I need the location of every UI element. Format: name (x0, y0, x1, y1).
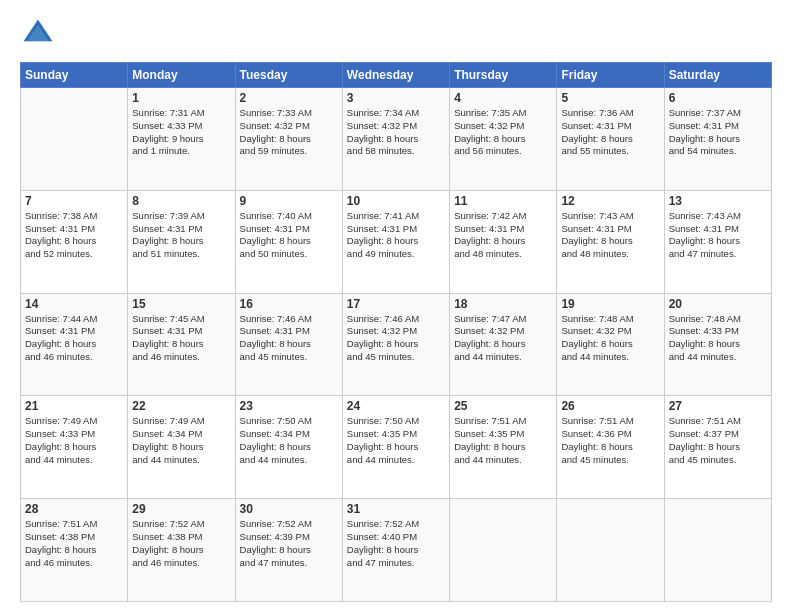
day-info: Sunrise: 7:43 AM Sunset: 4:31 PM Dayligh… (669, 210, 767, 261)
day-number: 7 (25, 194, 123, 208)
calendar-cell: 19Sunrise: 7:48 AM Sunset: 4:32 PM Dayli… (557, 293, 664, 396)
calendar-cell: 13Sunrise: 7:43 AM Sunset: 4:31 PM Dayli… (664, 190, 771, 293)
day-number: 21 (25, 399, 123, 413)
calendar-cell: 24Sunrise: 7:50 AM Sunset: 4:35 PM Dayli… (342, 396, 449, 499)
calendar-cell (557, 499, 664, 602)
day-info: Sunrise: 7:51 AM Sunset: 4:37 PM Dayligh… (669, 415, 767, 466)
day-number: 11 (454, 194, 552, 208)
day-number: 26 (561, 399, 659, 413)
day-number: 16 (240, 297, 338, 311)
calendar-week-3: 14Sunrise: 7:44 AM Sunset: 4:31 PM Dayli… (21, 293, 772, 396)
calendar-cell: 17Sunrise: 7:46 AM Sunset: 4:32 PM Dayli… (342, 293, 449, 396)
day-info: Sunrise: 7:38 AM Sunset: 4:31 PM Dayligh… (25, 210, 123, 261)
calendar-body: 1Sunrise: 7:31 AM Sunset: 4:33 PM Daylig… (21, 88, 772, 602)
logo (20, 16, 60, 52)
day-number: 9 (240, 194, 338, 208)
day-info: Sunrise: 7:45 AM Sunset: 4:31 PM Dayligh… (132, 313, 230, 364)
day-number: 18 (454, 297, 552, 311)
calendar-cell: 5Sunrise: 7:36 AM Sunset: 4:31 PM Daylig… (557, 88, 664, 191)
calendar-cell: 18Sunrise: 7:47 AM Sunset: 4:32 PM Dayli… (450, 293, 557, 396)
calendar-cell: 26Sunrise: 7:51 AM Sunset: 4:36 PM Dayli… (557, 396, 664, 499)
day-info: Sunrise: 7:39 AM Sunset: 4:31 PM Dayligh… (132, 210, 230, 261)
weekday-header-saturday: Saturday (664, 63, 771, 88)
weekday-header-wednesday: Wednesday (342, 63, 449, 88)
calendar-header: SundayMondayTuesdayWednesdayThursdayFrid… (21, 63, 772, 88)
calendar-cell: 9Sunrise: 7:40 AM Sunset: 4:31 PM Daylig… (235, 190, 342, 293)
calendar-cell: 28Sunrise: 7:51 AM Sunset: 4:38 PM Dayli… (21, 499, 128, 602)
day-number: 5 (561, 91, 659, 105)
weekday-header-tuesday: Tuesday (235, 63, 342, 88)
day-info: Sunrise: 7:31 AM Sunset: 4:33 PM Dayligh… (132, 107, 230, 158)
day-number: 15 (132, 297, 230, 311)
day-info: Sunrise: 7:46 AM Sunset: 4:31 PM Dayligh… (240, 313, 338, 364)
day-number: 2 (240, 91, 338, 105)
calendar-cell: 29Sunrise: 7:52 AM Sunset: 4:38 PM Dayli… (128, 499, 235, 602)
calendar-cell: 23Sunrise: 7:50 AM Sunset: 4:34 PM Dayli… (235, 396, 342, 499)
day-info: Sunrise: 7:36 AM Sunset: 4:31 PM Dayligh… (561, 107, 659, 158)
weekday-header-thursday: Thursday (450, 63, 557, 88)
day-number: 8 (132, 194, 230, 208)
calendar-cell: 12Sunrise: 7:43 AM Sunset: 4:31 PM Dayli… (557, 190, 664, 293)
calendar-cell: 6Sunrise: 7:37 AM Sunset: 4:31 PM Daylig… (664, 88, 771, 191)
day-info: Sunrise: 7:52 AM Sunset: 4:40 PM Dayligh… (347, 518, 445, 569)
page-header (20, 16, 772, 52)
day-info: Sunrise: 7:51 AM Sunset: 4:36 PM Dayligh… (561, 415, 659, 466)
calendar-cell: 15Sunrise: 7:45 AM Sunset: 4:31 PM Dayli… (128, 293, 235, 396)
day-number: 1 (132, 91, 230, 105)
calendar-week-5: 28Sunrise: 7:51 AM Sunset: 4:38 PM Dayli… (21, 499, 772, 602)
day-info: Sunrise: 7:41 AM Sunset: 4:31 PM Dayligh… (347, 210, 445, 261)
day-number: 13 (669, 194, 767, 208)
logo-icon (20, 16, 56, 52)
day-number: 27 (669, 399, 767, 413)
day-number: 30 (240, 502, 338, 516)
day-number: 25 (454, 399, 552, 413)
calendar-cell: 27Sunrise: 7:51 AM Sunset: 4:37 PM Dayli… (664, 396, 771, 499)
day-number: 28 (25, 502, 123, 516)
calendar-cell: 20Sunrise: 7:48 AM Sunset: 4:33 PM Dayli… (664, 293, 771, 396)
weekday-header-sunday: Sunday (21, 63, 128, 88)
day-info: Sunrise: 7:52 AM Sunset: 4:39 PM Dayligh… (240, 518, 338, 569)
day-info: Sunrise: 7:35 AM Sunset: 4:32 PM Dayligh… (454, 107, 552, 158)
day-info: Sunrise: 7:48 AM Sunset: 4:33 PM Dayligh… (669, 313, 767, 364)
day-number: 3 (347, 91, 445, 105)
calendar-cell: 16Sunrise: 7:46 AM Sunset: 4:31 PM Dayli… (235, 293, 342, 396)
day-info: Sunrise: 7:44 AM Sunset: 4:31 PM Dayligh… (25, 313, 123, 364)
day-number: 17 (347, 297, 445, 311)
day-info: Sunrise: 7:33 AM Sunset: 4:32 PM Dayligh… (240, 107, 338, 158)
day-info: Sunrise: 7:50 AM Sunset: 4:34 PM Dayligh… (240, 415, 338, 466)
calendar-cell: 25Sunrise: 7:51 AM Sunset: 4:35 PM Dayli… (450, 396, 557, 499)
day-info: Sunrise: 7:49 AM Sunset: 4:34 PM Dayligh… (132, 415, 230, 466)
calendar-cell: 7Sunrise: 7:38 AM Sunset: 4:31 PM Daylig… (21, 190, 128, 293)
calendar-week-2: 7Sunrise: 7:38 AM Sunset: 4:31 PM Daylig… (21, 190, 772, 293)
day-info: Sunrise: 7:48 AM Sunset: 4:32 PM Dayligh… (561, 313, 659, 364)
day-number: 19 (561, 297, 659, 311)
day-number: 12 (561, 194, 659, 208)
calendar-cell: 8Sunrise: 7:39 AM Sunset: 4:31 PM Daylig… (128, 190, 235, 293)
calendar-table: SundayMondayTuesdayWednesdayThursdayFrid… (20, 62, 772, 602)
calendar-cell: 3Sunrise: 7:34 AM Sunset: 4:32 PM Daylig… (342, 88, 449, 191)
calendar-cell (664, 499, 771, 602)
day-info: Sunrise: 7:42 AM Sunset: 4:31 PM Dayligh… (454, 210, 552, 261)
calendar-cell: 1Sunrise: 7:31 AM Sunset: 4:33 PM Daylig… (128, 88, 235, 191)
day-number: 10 (347, 194, 445, 208)
calendar-cell: 4Sunrise: 7:35 AM Sunset: 4:32 PM Daylig… (450, 88, 557, 191)
calendar-cell: 10Sunrise: 7:41 AM Sunset: 4:31 PM Dayli… (342, 190, 449, 293)
day-info: Sunrise: 7:43 AM Sunset: 4:31 PM Dayligh… (561, 210, 659, 261)
day-info: Sunrise: 7:52 AM Sunset: 4:38 PM Dayligh… (132, 518, 230, 569)
day-number: 4 (454, 91, 552, 105)
calendar-cell: 31Sunrise: 7:52 AM Sunset: 4:40 PM Dayli… (342, 499, 449, 602)
day-number: 22 (132, 399, 230, 413)
day-info: Sunrise: 7:47 AM Sunset: 4:32 PM Dayligh… (454, 313, 552, 364)
day-info: Sunrise: 7:37 AM Sunset: 4:31 PM Dayligh… (669, 107, 767, 158)
weekday-header-friday: Friday (557, 63, 664, 88)
day-info: Sunrise: 7:51 AM Sunset: 4:38 PM Dayligh… (25, 518, 123, 569)
day-number: 29 (132, 502, 230, 516)
day-number: 31 (347, 502, 445, 516)
calendar-cell: 30Sunrise: 7:52 AM Sunset: 4:39 PM Dayli… (235, 499, 342, 602)
day-info: Sunrise: 7:50 AM Sunset: 4:35 PM Dayligh… (347, 415, 445, 466)
day-info: Sunrise: 7:49 AM Sunset: 4:33 PM Dayligh… (25, 415, 123, 466)
calendar-cell (21, 88, 128, 191)
day-info: Sunrise: 7:46 AM Sunset: 4:32 PM Dayligh… (347, 313, 445, 364)
day-info: Sunrise: 7:34 AM Sunset: 4:32 PM Dayligh… (347, 107, 445, 158)
calendar-cell: 14Sunrise: 7:44 AM Sunset: 4:31 PM Dayli… (21, 293, 128, 396)
